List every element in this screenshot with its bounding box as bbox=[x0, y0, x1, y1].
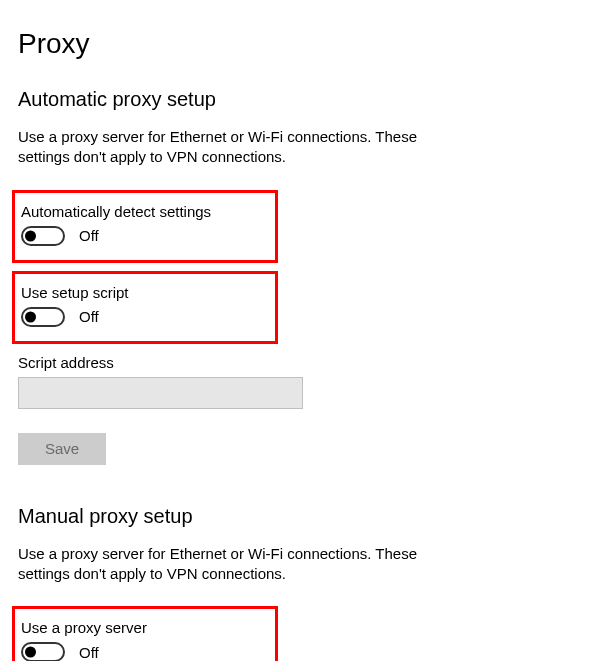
use-proxy-block: Use a proxy server Off bbox=[18, 613, 272, 661]
section-title-manual: Manual proxy setup bbox=[18, 505, 589, 528]
use-proxy-label: Use a proxy server bbox=[21, 619, 269, 636]
toggle-knob-icon bbox=[25, 230, 36, 241]
script-address-input[interactable] bbox=[18, 377, 303, 409]
use-script-state: Off bbox=[79, 308, 99, 325]
save-button[interactable]: Save bbox=[18, 433, 106, 465]
use-script-toggle[interactable] bbox=[21, 307, 65, 327]
use-script-block: Use setup script Off bbox=[18, 278, 272, 335]
use-proxy-toggle[interactable] bbox=[21, 642, 65, 661]
use-proxy-state: Off bbox=[79, 644, 99, 661]
toggle-knob-icon bbox=[25, 311, 36, 322]
manual-desc: Use a proxy server for Ethernet or Wi-Fi… bbox=[18, 544, 463, 585]
use-script-label: Use setup script bbox=[21, 284, 269, 301]
page-title: Proxy bbox=[18, 28, 589, 60]
script-address-label: Script address bbox=[18, 354, 589, 371]
auto-detect-label: Automatically detect settings bbox=[21, 203, 269, 220]
highlight-use-script: Use setup script Off bbox=[12, 271, 278, 344]
section-title-automatic: Automatic proxy setup bbox=[18, 88, 589, 111]
auto-detect-toggle[interactable] bbox=[21, 226, 65, 246]
highlight-use-proxy: Use a proxy server Off bbox=[12, 606, 278, 661]
auto-detect-state: Off bbox=[79, 227, 99, 244]
auto-detect-block: Automatically detect settings Off bbox=[18, 197, 272, 254]
toggle-knob-icon bbox=[25, 647, 36, 658]
automatic-desc: Use a proxy server for Ethernet or Wi-Fi… bbox=[18, 127, 463, 168]
highlight-auto-detect: Automatically detect settings Off bbox=[12, 190, 278, 263]
